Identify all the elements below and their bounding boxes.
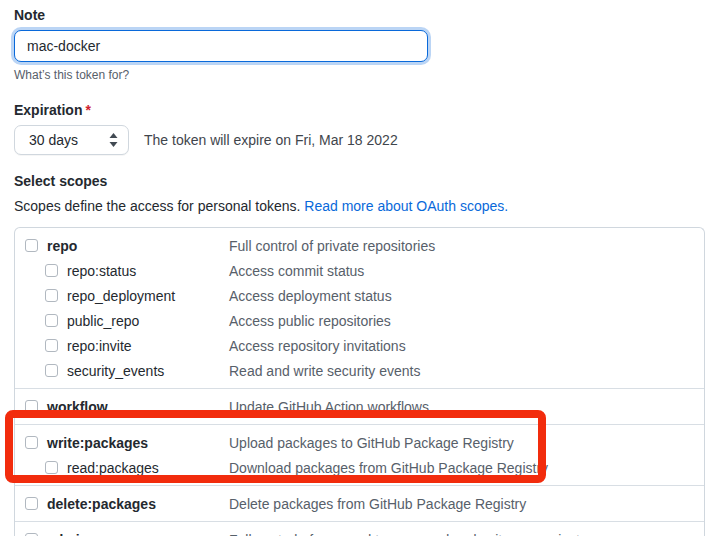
scope-group: repo Full control of private repositorie…: [15, 228, 704, 388]
scope-row-repo:status: repo:status Access commit status: [15, 258, 704, 283]
scope-name-label: repo_deployment: [67, 288, 175, 304]
expiration-select[interactable]: 30 days: [14, 125, 129, 155]
scope-name-label: public_repo: [67, 313, 139, 329]
expiration-field-group: Expiration* 30 days The token will expir…: [14, 103, 706, 155]
scope-description: Download packages from GitHub Package Re…: [229, 460, 548, 476]
scope-description: Delete packages from GitHub Package Regi…: [229, 496, 526, 512]
scope-description: Upload packages to GitHub Package Regist…: [229, 435, 514, 451]
scope-group: workflow Update GitHub Action workflows: [15, 388, 704, 424]
scope-group: write:packages Upload packages to GitHub…: [15, 424, 704, 485]
note-helper-text: What’s this token for?: [14, 69, 706, 81]
scope-description: Full control of orgs and teams, read and…: [229, 532, 587, 536]
scope-description: Access commit status: [229, 263, 364, 279]
scope-checkbox[interactable]: [45, 289, 58, 302]
scope-checkbox[interactable]: [45, 364, 58, 377]
scope-checkbox[interactable]: [25, 239, 38, 252]
expiration-label: Expiration*: [14, 103, 706, 117]
scope-name-label: delete:packages: [47, 496, 156, 512]
scope-row-public_repo: public_repo Access public repositories: [15, 308, 704, 333]
scopes-description: Scopes define the access for personal to…: [14, 199, 706, 213]
scope-checkbox[interactable]: [25, 497, 38, 510]
scope-name-label: repo: [47, 238, 77, 254]
scope-description: Read and write security events: [229, 363, 420, 379]
scope-description: Update GitHub Action workflows: [229, 399, 429, 415]
scope-description: Access deployment status: [229, 288, 392, 304]
expiration-note-text: The token will expire on Fri, Mar 18 202…: [144, 132, 398, 148]
select-scopes-heading: Select scopes: [14, 174, 706, 188]
expiration-selected-value: 30 days: [29, 132, 78, 148]
up-down-caret-icon: [109, 133, 118, 147]
scope-checkbox[interactable]: [45, 461, 58, 474]
scope-row-read:packages: read:packages Download packages from Git…: [15, 455, 704, 480]
scope-name-label: write:packages: [47, 435, 148, 451]
scope-row-repo: repo Full control of private repositorie…: [15, 233, 704, 258]
scope-name-label: repo:invite: [67, 338, 132, 354]
scope-row-admin:org: admin:org Full control of orgs and teams…: [15, 527, 704, 536]
scope-checkbox[interactable]: [45, 339, 58, 352]
scope-row-security_events: security_events Read and write security …: [15, 358, 704, 383]
scope-name-label: repo:status: [67, 263, 136, 279]
scope-row-repo:invite: repo:invite Access repository invitation…: [15, 333, 704, 358]
scopes-table: repo Full control of private repositorie…: [14, 227, 705, 536]
scope-row-workflow: workflow Update GitHub Action workflows: [15, 394, 704, 419]
scope-description: Full control of private repositories: [229, 238, 435, 254]
token-settings-page: Note What’s this token for? Expiration* …: [0, 0, 720, 536]
scope-row-repo_deployment: repo_deployment Access deployment status: [15, 283, 704, 308]
scope-checkbox[interactable]: [45, 314, 58, 327]
note-label: Note: [14, 8, 706, 22]
scope-name-label: admin:org: [47, 532, 115, 536]
scope-row-write:packages: write:packages Upload packages to GitHub…: [15, 430, 704, 455]
scope-checkbox[interactable]: [25, 436, 38, 449]
scope-checkbox[interactable]: [25, 400, 38, 413]
oauth-scopes-link[interactable]: Read more about OAuth scopes.: [304, 198, 508, 214]
scope-name-label: security_events: [67, 363, 164, 379]
note-input[interactable]: [14, 30, 428, 62]
scope-group: admin:org Full control of orgs and teams…: [15, 521, 704, 536]
scope-name-label: read:packages: [67, 460, 159, 476]
scope-checkbox[interactable]: [45, 264, 58, 277]
required-asterisk: *: [85, 102, 90, 118]
scope-description: Access repository invitations: [229, 338, 406, 354]
scope-name-label: workflow: [47, 399, 108, 415]
note-field-group: Note What’s this token for?: [14, 8, 706, 81]
scope-row-delete:packages: delete:packages Delete packages from Git…: [15, 491, 704, 516]
scope-description: Access public repositories: [229, 313, 391, 329]
scope-group: delete:packages Delete packages from Git…: [15, 485, 704, 521]
